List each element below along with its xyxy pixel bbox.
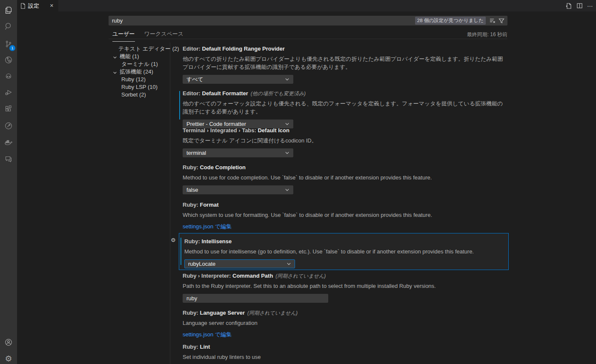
setting-title: Editor: Default Formatter(他の場所でも変更済み) (183, 90, 509, 97)
circled-commit-icon[interactable] (0, 118, 17, 134)
setting-description: 他のすべてのフォーマッタ設定よりも優先される、既定のフォーマッタを定義します。フ… (183, 100, 504, 116)
clear-search-results-icon[interactable] (489, 17, 496, 24)
editor-actions: ⋯ (565, 0, 593, 11)
setting-terminal-default-icon: Terminal › Integrated › Tabs: Default Ic… (183, 127, 509, 157)
docker-icon[interactable] (0, 134, 17, 151)
vscode-settings-window: 1 ⚙ 設定 ✕ (0, 0, 596, 364)
filter-icon[interactable] (499, 18, 504, 24)
setting-ruby-format: Ruby: Format Which system to use for for… (183, 201, 509, 230)
setting-select[interactable]: false (183, 185, 293, 194)
setting-description: Set individual ruby linters to use (183, 353, 504, 361)
activity-bar: 1 ⚙ (0, 0, 17, 364)
setting-ruby-code-completion: Ruby: Code Completion Method to use for … (183, 164, 509, 194)
setting-title: Ruby: Lint (183, 343, 509, 351)
toc-item-ruby[interactable]: Ruby (12) (106, 76, 169, 83)
comments-icon[interactable] (0, 151, 17, 167)
setting-title: Ruby: Format (183, 201, 509, 209)
close-icon[interactable]: ✕ (49, 3, 55, 9)
last-sync-status: 最終同期: 16 秒前 (467, 31, 507, 38)
toc-item-ruby-lsp[interactable]: Ruby LSP (10) (106, 83, 169, 91)
run-debug-icon[interactable] (0, 84, 17, 100)
setting-title: Editor: Default Folding Range Provider (183, 45, 509, 53)
scm-badge: 1 (9, 45, 15, 51)
setting-description: Which system to use for formatting. Use … (183, 211, 504, 219)
setting-ruby-lint: Ruby: Lint Set individual ruby linters t… (183, 343, 509, 361)
open-settings-json-icon[interactable] (565, 3, 572, 9)
chevron-down-icon (285, 188, 289, 192)
setting-title: Ruby: Language Server(同期されていません) (183, 309, 509, 317)
setting-description: Language server configuration (183, 319, 504, 327)
toc-item-terminal[interactable]: ターミナル (1) (106, 60, 169, 68)
chevron-down-icon (287, 262, 291, 266)
setting-ruby-intellisense: Ruby: Intellisense Method to use for int… (179, 233, 509, 270)
source-control-icon[interactable]: 1 (0, 36, 17, 52)
setting-ruby-language-server: Ruby: Language Server(同期されていません) Languag… (183, 309, 509, 338)
manage-gear-icon[interactable]: ⚙ (0, 350, 17, 364)
header-divider (109, 39, 507, 39)
setting-title: Ruby: Intellisense (184, 238, 508, 245)
setting-title: Ruby › Interpreter: Command Path(同期されていま… (183, 272, 509, 280)
more-actions-icon[interactable]: ⋯ (587, 3, 593, 9)
github-copilot-icon[interactable] (0, 68, 17, 84)
setting-title: Ruby: Code Completion (183, 164, 509, 171)
edit-in-settings-json-link[interactable]: settings.json で編集 (183, 331, 232, 338)
setting-select[interactable]: rubyLocate (184, 259, 295, 268)
toc-item-text-editor[interactable]: テキスト エディター (2) (106, 45, 169, 53)
setting-default-formatter: Editor: Default Formatter(他の場所でも変更済み) 他の… (183, 90, 509, 128)
setting-gear-icon[interactable]: ⚙ (171, 237, 176, 243)
edit-in-settings-json-link[interactable]: settings.json で編集 (183, 223, 232, 230)
account-icon[interactable] (0, 334, 17, 350)
settings-search-box: 28 個の設定が見つかりました (109, 16, 507, 26)
setting-description: Method to use for code completion. Use `… (183, 173, 504, 182)
search-icon[interactable] (0, 18, 17, 34)
gitlens-icon[interactable] (0, 52, 17, 68)
toc-item-extensions[interactable]: 拡張機能 (24) (106, 68, 169, 76)
settings-toc: テキスト エディター (2) 機能 (1) ターミナル (1) 拡張機能 (24… (106, 45, 169, 99)
setting-text-input[interactable] (183, 294, 328, 303)
settings-search-input[interactable] (109, 16, 415, 26)
extensions-icon[interactable] (0, 101, 17, 117)
tab-workspace[interactable]: ワークスペース (144, 30, 184, 42)
tab-settings[interactable]: 設定 ✕ (17, 0, 59, 11)
tab-bar: 設定 ✕ ⋯ (17, 0, 596, 11)
modified-indicator (179, 91, 180, 119)
setting-description: 他のすべての折りたたみ範囲プロバイダーよりも優先される既定の折りたたみ範囲プロバ… (183, 55, 504, 71)
split-editor-icon[interactable] (576, 3, 583, 9)
setting-select[interactable]: すべて (183, 75, 293, 84)
tab-user[interactable]: ユーザー (112, 30, 135, 42)
chevron-down-icon (285, 77, 289, 82)
tab-label: 設定 (28, 2, 49, 10)
setting-default-folding-range-provider: Editor: Default Folding Range Provider 他… (183, 45, 509, 84)
setting-description: 既定でターミナル アイコンに関連付けるcodicon ID。 (183, 136, 504, 145)
setting-ruby-interpreter-command-path: Ruby › Interpreter: Command Path(同期されていま… (183, 272, 509, 303)
setting-select[interactable]: terminal (183, 148, 293, 157)
setting-title: Terminal › Integrated › Tabs: Default Ic… (183, 127, 509, 134)
setting-description: Method to use for intellisense (go to de… (184, 247, 506, 256)
result-count-badge: 28 個の設定が見つかりました (415, 17, 486, 25)
toc-sash[interactable] (170, 43, 170, 364)
explorer-icon[interactable] (0, 2, 17, 18)
setting-description: Path to the Ruby interpreter. Set this t… (183, 282, 504, 290)
toc-item-sorbet[interactable]: Sorbet (2) (106, 91, 169, 99)
chevron-down-icon (285, 122, 289, 126)
chevron-down-icon (285, 151, 289, 155)
settings-scope-tabs: ユーザー ワークスペース (112, 30, 183, 42)
file-icon (20, 3, 26, 9)
search-actions (486, 17, 507, 24)
toc-item-features[interactable]: 機能 (1) (106, 53, 169, 60)
